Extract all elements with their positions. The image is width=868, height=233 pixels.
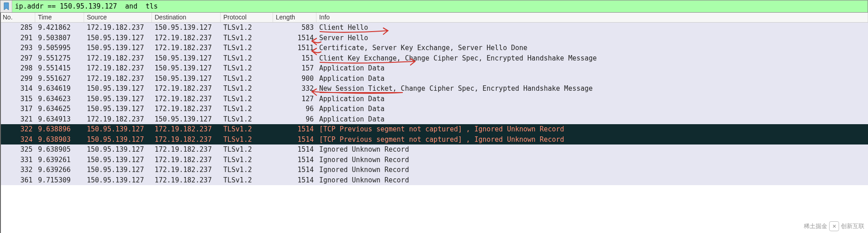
table-row[interactable]: 2919.503807150.95.139.127172.19.182.237T… (0, 33, 868, 43)
cell-source: 150.95.139.127 (84, 144, 152, 155)
cell-info: Ignored Unknown Record (316, 144, 868, 155)
cell-source: 172.19.182.237 (84, 63, 152, 74)
cell-info: Application Data (316, 63, 868, 74)
cell-info: [TCP Previous segment not captured] , Ig… (316, 135, 868, 145)
cell-time: 9.715309 (35, 175, 84, 186)
cell-length: 1511 (273, 43, 316, 53)
cell-time: 9.634625 (35, 104, 84, 114)
cell-info: Client Key Exchange, Change Cipher Spec,… (316, 53, 868, 64)
cell-length: 151 (273, 53, 316, 64)
cell-protocol: TLSv1.2 (221, 94, 273, 104)
cell-length: 1514 (273, 135, 316, 145)
cell-no: 314 (0, 84, 35, 94)
table-row[interactable]: 3149.634619150.95.139.127172.19.182.237T… (0, 84, 868, 94)
cell-destination: 172.19.182.237 (152, 33, 221, 43)
cell-no: 324 (0, 135, 35, 145)
cell-destination: 172.19.182.237 (152, 165, 221, 175)
cell-no: 285 (0, 23, 35, 33)
cell-info: New Session Ticket, Change Cipher Spec, … (316, 84, 868, 94)
cell-time: 9.551275 (35, 53, 84, 64)
cell-no: 317 (0, 104, 35, 114)
cell-no: 315 (0, 94, 35, 104)
packet-list: No. Time Source Destination Protocol Len… (0, 13, 868, 185)
watermark: 稀土掘金 ✕ 创新互联 (804, 221, 864, 231)
col-protocol[interactable]: Protocol (221, 13, 273, 22)
cell-length: 1514 (273, 175, 316, 186)
cell-time: 9.638896 (35, 124, 84, 135)
col-no[interactable]: No. (0, 13, 35, 22)
cell-length: 1514 (273, 33, 316, 43)
cell-source: 150.95.139.127 (84, 84, 152, 94)
cell-protocol: TLSv1.2 (221, 43, 273, 53)
cell-length: 157 (273, 63, 316, 74)
cell-destination: 172.19.182.237 (152, 104, 221, 114)
cell-protocol: TLSv1.2 (221, 104, 273, 114)
cell-destination: 172.19.182.237 (152, 124, 221, 135)
table-row[interactable]: 3219.634913172.19.182.237150.95.139.127T… (0, 114, 868, 125)
display-filter-bar[interactable]: ip.addr == 150.95.139.127 and tls (0, 0, 868, 13)
packet-rows: 2859.421862172.19.182.237150.95.139.127T… (0, 23, 868, 185)
cell-time: 9.638905 (35, 144, 84, 155)
watermark-logo-icon: ✕ (829, 221, 839, 231)
table-row[interactable]: 2939.505995150.95.139.127172.19.182.237T… (0, 43, 868, 53)
cell-source: 150.95.139.127 (84, 175, 152, 186)
cell-destination: 172.19.182.237 (152, 135, 221, 145)
cell-info: [TCP Previous segment not captured] , Ig… (316, 124, 868, 135)
cell-source: 172.19.182.237 (84, 23, 152, 33)
cell-time: 9.634619 (35, 84, 84, 94)
cell-info: Application Data (316, 104, 868, 114)
table-row[interactable]: 2979.551275172.19.182.237150.95.139.127T… (0, 53, 868, 64)
cell-info: Certificate, Server Key Exchange, Server… (316, 43, 868, 53)
table-row[interactable]: 3229.638896150.95.139.127172.19.182.237T… (0, 124, 868, 135)
cell-source: 150.95.139.127 (84, 155, 152, 165)
cell-source: 150.95.139.127 (84, 104, 152, 114)
cell-time: 9.634913 (35, 114, 84, 125)
table-row[interactable]: 3329.639266150.95.139.127172.19.182.237T… (0, 165, 868, 175)
col-length[interactable]: Length (273, 13, 316, 22)
cell-length: 1514 (273, 144, 316, 155)
table-row[interactable]: 3179.634625150.95.139.127172.19.182.237T… (0, 104, 868, 114)
table-row[interactable]: 3259.638905150.95.139.127172.19.182.237T… (0, 144, 868, 155)
cell-protocol: TLSv1.2 (221, 124, 273, 135)
cell-no: 293 (0, 43, 35, 53)
display-filter-input[interactable]: ip.addr == 150.95.139.127 and tls (12, 2, 158, 10)
cell-length: 900 (273, 74, 316, 84)
table-row[interactable]: 3159.634623150.95.139.127172.19.182.237T… (0, 94, 868, 104)
table-row[interactable]: 3319.639261150.95.139.127172.19.182.237T… (0, 155, 868, 165)
bookmark-icon[interactable] (0, 0, 12, 12)
table-row[interactable]: 2999.551627172.19.182.237150.95.139.127T… (0, 74, 868, 84)
table-row[interactable]: 2859.421862172.19.182.237150.95.139.127T… (0, 23, 868, 33)
cell-destination: 150.95.139.127 (152, 114, 221, 125)
table-row[interactable]: 3249.638903150.95.139.127172.19.182.237T… (0, 135, 868, 145)
cell-info: Client Hello (316, 23, 868, 33)
col-time[interactable]: Time (35, 13, 84, 22)
col-destination[interactable]: Destination (152, 13, 221, 22)
cell-length: 1514 (273, 155, 316, 165)
cell-protocol: TLSv1.2 (221, 135, 273, 145)
cell-protocol: TLSv1.2 (221, 33, 273, 43)
cell-protocol: TLSv1.2 (221, 165, 273, 175)
cell-no: 331 (0, 155, 35, 165)
cell-time: 9.639266 (35, 165, 84, 175)
cell-destination: 172.19.182.237 (152, 144, 221, 155)
cell-no: 361 (0, 175, 35, 186)
cell-no: 321 (0, 114, 35, 125)
table-row[interactable]: 2989.551415172.19.182.237150.95.139.127T… (0, 63, 868, 74)
cell-source: 172.19.182.237 (84, 53, 152, 64)
cell-length: 1514 (273, 124, 316, 135)
cell-time: 9.503807 (35, 33, 84, 43)
cell-length: 583 (273, 23, 316, 33)
cell-no: 297 (0, 53, 35, 64)
column-header-row[interactable]: No. Time Source Destination Protocol Len… (0, 13, 868, 23)
col-source[interactable]: Source (84, 13, 152, 22)
cell-time: 9.639261 (35, 155, 84, 165)
cell-destination: 172.19.182.237 (152, 155, 221, 165)
cell-info: Ignored Unknown Record (316, 155, 868, 165)
cell-protocol: TLSv1.2 (221, 144, 273, 155)
col-info[interactable]: Info (316, 13, 868, 22)
cell-info: Application Data (316, 74, 868, 84)
watermark-left: 稀土掘金 (804, 222, 827, 230)
cell-source: 150.95.139.127 (84, 33, 152, 43)
cell-destination: 172.19.182.237 (152, 175, 221, 186)
table-row[interactable]: 3619.715309150.95.139.127172.19.182.237T… (0, 175, 868, 186)
